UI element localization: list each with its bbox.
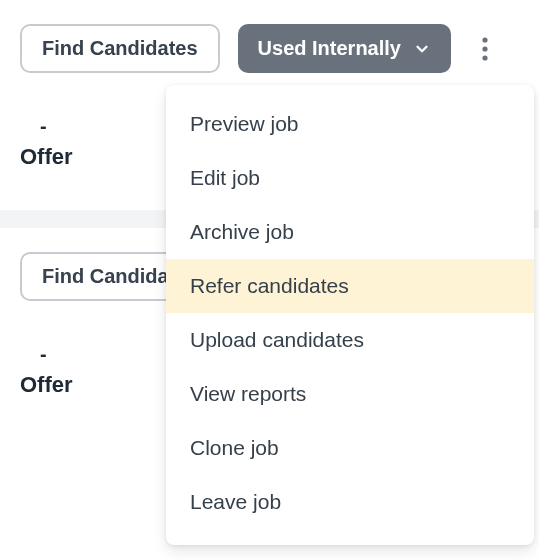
status-dropdown-button[interactable]: Used Internally bbox=[238, 24, 451, 73]
dropdown-item-archive-job[interactable]: Archive job bbox=[166, 205, 534, 259]
dropdown-item-view-reports[interactable]: View reports bbox=[166, 367, 534, 421]
svg-point-2 bbox=[482, 55, 487, 60]
status-dropdown-label: Used Internally bbox=[258, 37, 401, 60]
dropdown-item-leave-job[interactable]: Leave job bbox=[166, 475, 534, 529]
dropdown-item-upload-candidates[interactable]: Upload candidates bbox=[166, 313, 534, 367]
more-actions-button[interactable] bbox=[469, 33, 501, 65]
chevron-down-icon bbox=[413, 40, 431, 58]
page: Find Candidates Used Internally - Offer bbox=[0, 0, 539, 560]
find-candidates-button[interactable]: Find Candidates bbox=[20, 24, 220, 73]
dropdown-item-preview-job[interactable]: Preview job bbox=[166, 97, 534, 151]
more-vertical-icon bbox=[482, 37, 488, 61]
toolbar: Find Candidates Used Internally bbox=[20, 24, 519, 73]
svg-point-1 bbox=[482, 46, 487, 51]
actions-dropdown: Preview jobEdit jobArchive jobRefer cand… bbox=[166, 85, 534, 545]
svg-point-0 bbox=[482, 37, 487, 42]
dropdown-item-refer-candidates[interactable]: Refer candidates bbox=[166, 259, 534, 313]
dropdown-item-clone-job[interactable]: Clone job bbox=[166, 421, 534, 475]
dropdown-item-edit-job[interactable]: Edit job bbox=[166, 151, 534, 205]
